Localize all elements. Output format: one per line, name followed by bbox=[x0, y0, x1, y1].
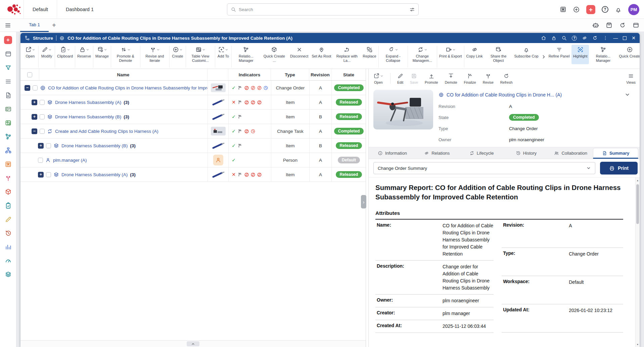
link-icon[interactable] bbox=[582, 35, 587, 41]
table-row[interactable]: + Drone Harness Subassembly (A) (3) ✕ It… bbox=[20, 95, 366, 110]
change-management-button[interactable]: Change Managem... bbox=[408, 45, 436, 64]
horizontal-scroll-strip[interactable] bbox=[20, 340, 366, 347]
table-row[interactable]: plm.manager (A) ✓ Person A Default bbox=[20, 153, 366, 167]
collapse-expander-icon[interactable]: − bbox=[32, 128, 37, 134]
set-as-root-button[interactable]: Set As Root bbox=[310, 45, 333, 60]
sidebar-panels-icon[interactable] bbox=[3, 49, 13, 59]
expand-expander-icon[interactable]: + bbox=[38, 172, 44, 178]
relationship-manager-panel-button[interactable]: Relatio... Manager bbox=[589, 45, 617, 64]
add-to-button[interactable]: Add To bbox=[216, 45, 231, 60]
panel-collapse-handle[interactable]: › bbox=[361, 195, 366, 208]
assistant-bot-icon[interactable] bbox=[592, 22, 599, 29]
item-revise-button[interactable]: Revise bbox=[483, 73, 494, 84]
table-row[interactable]: + Drone Harness Subassembly (A) (3) ✕ It… bbox=[20, 167, 366, 182]
create-new-button[interactable]: + bbox=[586, 5, 595, 14]
global-search-box[interactable] bbox=[227, 3, 419, 15]
open-button[interactable]: Open bbox=[22, 45, 38, 60]
manage-button[interactable]: Manage bbox=[94, 45, 110, 60]
tab-information[interactable]: Information bbox=[370, 147, 415, 159]
collapse-expander-icon[interactable]: − bbox=[25, 85, 30, 91]
views-button[interactable]: Views bbox=[626, 73, 636, 84]
row-name[interactable]: Drone Harness Subassembly (B) bbox=[61, 143, 128, 148]
subscribe-button[interactable]: Subscribe Cop bbox=[512, 45, 540, 60]
sidebar-branches-icon[interactable] bbox=[3, 173, 13, 183]
lock-icon[interactable] bbox=[551, 36, 556, 41]
sidebar-workflows-icon[interactable] bbox=[3, 132, 13, 141]
hamburger-menu-icon[interactable] bbox=[4, 22, 11, 29]
toolbar-overflow-button[interactable] bbox=[541, 54, 546, 59]
expand-collapse-button[interactable]: Expand - Collapse bbox=[379, 45, 407, 64]
revise-iterate-button[interactable]: Revise and Iterate bbox=[141, 45, 169, 64]
sidebar-filter-icon[interactable] bbox=[3, 63, 13, 72]
replace-button[interactable]: Replace bbox=[361, 45, 378, 60]
item-title[interactable]: CO for Addition of Cable Routing Clips i… bbox=[447, 92, 622, 98]
collapse-bottom-panel-button[interactable] bbox=[187, 341, 199, 346]
row-checkbox[interactable] bbox=[46, 143, 51, 148]
scroll-up-arrow[interactable]: ▲ bbox=[636, 178, 640, 183]
search-filter-icon[interactable] bbox=[409, 7, 415, 12]
table-row[interactable]: − Create and Add Cable Routing Clips to … bbox=[20, 124, 366, 139]
table-row[interactable]: + Drone Harness Subassembly (B) (3) ✓ It… bbox=[20, 139, 366, 153]
relationship-manager-button[interactable]: Relatio... Manager bbox=[232, 45, 260, 64]
maximize-button[interactable] bbox=[623, 36, 627, 40]
expand-expander-icon[interactable]: + bbox=[38, 143, 44, 149]
scrollbar-thumb[interactable] bbox=[636, 184, 639, 224]
refine-panel-button[interactable]: Refine Panel bbox=[547, 45, 571, 64]
row-checkbox[interactable] bbox=[40, 129, 45, 134]
row-name[interactable]: plm.manager (A) bbox=[53, 158, 87, 163]
expand-expander-icon[interactable]: + bbox=[32, 114, 37, 120]
search-input[interactable] bbox=[239, 7, 407, 12]
tab-history[interactable]: History bbox=[504, 147, 548, 159]
select-all-checkbox[interactable] bbox=[27, 72, 32, 77]
sidebar-packages-icon[interactable] bbox=[3, 270, 13, 279]
table-view-customization-button[interactable]: Table View Customi... bbox=[186, 45, 215, 64]
refresh-icon[interactable] bbox=[619, 22, 626, 29]
search-icon[interactable] bbox=[561, 35, 567, 41]
promote-demote-button[interactable]: Promote & Demote bbox=[111, 45, 140, 64]
item-finalize-button[interactable]: Finalize bbox=[464, 73, 476, 84]
tab-relations[interactable]: Relations bbox=[415, 147, 459, 159]
item-save-button[interactable]: Save bbox=[410, 73, 418, 84]
clipboard-button[interactable]: Clipboard bbox=[55, 45, 75, 60]
item-preview-image[interactable] bbox=[373, 90, 433, 129]
help-icon[interactable]: ? bbox=[602, 6, 608, 13]
report-scrollbar[interactable]: ▲ ▼ bbox=[635, 178, 640, 347]
expand-expander-icon[interactable]: + bbox=[32, 100, 37, 105]
print-button[interactable]: Print bbox=[600, 162, 638, 175]
row-checkbox[interactable] bbox=[33, 85, 38, 90]
create-button[interactable]: Create bbox=[170, 45, 185, 60]
summary-report-select[interactable]: Change Order Summary bbox=[373, 162, 595, 174]
tab-1[interactable]: Tab 1 bbox=[20, 19, 49, 32]
more-options-kebab-icon[interactable] bbox=[603, 35, 608, 41]
column-header-name[interactable]: Name bbox=[39, 69, 208, 80]
help-icon[interactable]: ? bbox=[572, 36, 577, 41]
replace-with-latest-button[interactable]: Replace with La... bbox=[333, 45, 361, 64]
collapse-header-chevron-icon[interactable] bbox=[625, 92, 630, 98]
sidebar-create-icon[interactable]: + bbox=[3, 35, 13, 45]
dashboard-title[interactable]: Dashboard 1 bbox=[57, 0, 102, 19]
minimize-button[interactable]: — bbox=[613, 36, 618, 40]
row-name[interactable]: Drone Harness Subassembly (A) bbox=[55, 100, 121, 105]
column-header-revision[interactable]: Revision bbox=[309, 69, 331, 80]
column-header-type[interactable]: Type bbox=[271, 69, 309, 80]
home-icon[interactable] bbox=[541, 35, 546, 41]
item-demote-button[interactable]: Demote bbox=[445, 73, 457, 84]
share-object-button[interactable]: Share the Object bbox=[484, 45, 512, 64]
item-edit-button[interactable]: Edit bbox=[397, 73, 403, 84]
row-checkbox[interactable] bbox=[46, 172, 51, 177]
sidebar-hierarchy-icon[interactable] bbox=[3, 146, 13, 155]
row-name[interactable]: Drone Harness Subassembly (B) bbox=[55, 114, 121, 119]
row-name[interactable]: Create and Add Cable Routing Clips to Ha… bbox=[55, 129, 158, 134]
window-title-bar[interactable]: Structure CO for Addition of Cable Routi… bbox=[20, 33, 640, 43]
modify-button[interactable]: Modify bbox=[39, 45, 54, 60]
sidebar-edit-icon[interactable] bbox=[3, 215, 13, 224]
sidebar-documents-icon[interactable] bbox=[3, 90, 13, 100]
quick-create-panel-button[interactable]: Quick Create bbox=[617, 45, 640, 64]
workspace-menu[interactable]: Default bbox=[24, 0, 57, 19]
column-header-state[interactable]: State bbox=[331, 69, 366, 80]
sidebar-tables-icon[interactable] bbox=[3, 118, 13, 127]
tab-summary[interactable]: Summary bbox=[593, 148, 638, 159]
sidebar-parts-icon[interactable] bbox=[3, 187, 13, 196]
window-layout-icon[interactable] bbox=[633, 22, 639, 29]
tab-lifecycle[interactable]: Lifecycle bbox=[459, 147, 504, 159]
